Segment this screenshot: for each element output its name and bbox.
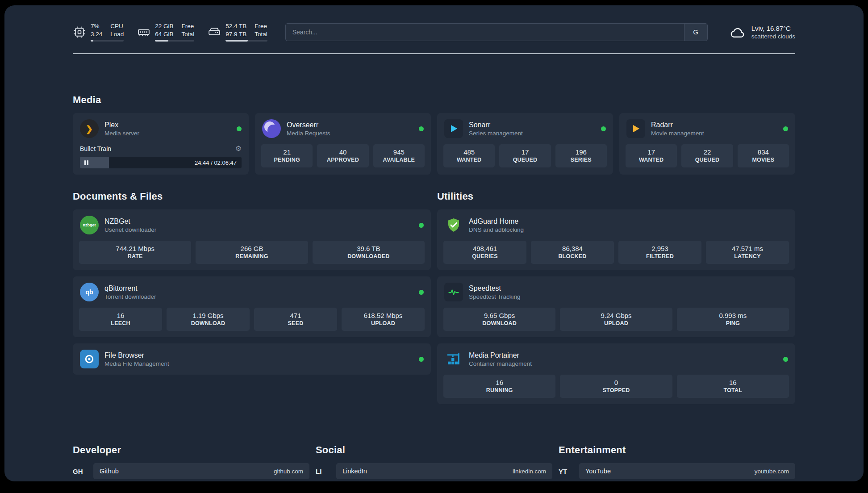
stat-label: QUEUED: [501, 157, 549, 163]
overseerr-icon: [262, 119, 281, 138]
topbar: 7% CPU 3.24 Load 22: [73, 22, 795, 42]
sonarr-icon: [444, 119, 463, 138]
service-card-plex[interactable]: ❯ Plex Media server Bullet Train ⚙: [73, 113, 249, 175]
stat-tile: 86,384 BLOCKED: [531, 241, 614, 264]
nzbget-icon: nzbget: [80, 216, 99, 234]
service-name[interactable]: Overseerr: [287, 121, 330, 130]
cpu-progress-bar: [91, 40, 124, 42]
status-dot: [601, 126, 606, 131]
service-name[interactable]: Plex: [104, 121, 139, 130]
stat-value: 9.65 Gbps: [445, 312, 554, 319]
stat-label: LATENCY: [708, 253, 787, 259]
disk-widget: 52.4 TB Free 97.9 TB Total: [208, 22, 267, 42]
stat-label: WANTED: [445, 157, 493, 163]
filebrowser-icon: [80, 350, 99, 368]
bookmark-group-entertainment: Entertainment YT YouTube youtube.com NF …: [559, 444, 795, 481]
plex-icon: ❯: [80, 119, 99, 138]
resource-widgets: 7% CPU 3.24 Load 22: [73, 22, 267, 42]
service-card-radarr[interactable]: Radarr Movie management 17 WANTED 22 QUE…: [619, 113, 795, 175]
stat-tile: 40 APPROVED: [317, 144, 368, 167]
service-name[interactable]: Radarr: [651, 121, 704, 130]
stat-tile: 744.21 Mbps RATE: [79, 241, 191, 264]
playback-time: 24:44 / 02:06:47: [195, 159, 237, 166]
service-name[interactable]: Media Portainer: [469, 351, 532, 360]
memory-free-label: Free: [182, 22, 195, 30]
service-name[interactable]: AdGuard Home: [469, 217, 524, 226]
search-input[interactable]: [286, 24, 684, 41]
stat-value: 1.19 Gbps: [168, 312, 248, 319]
memory-icon: [137, 25, 150, 39]
stat-tile: 21 PENDING: [261, 144, 313, 167]
weather-widget: Lviv, 16.87°C scattered clouds: [728, 23, 795, 41]
stat-label: DOWNLOAD: [445, 320, 554, 326]
stat-label: UPLOAD: [562, 320, 670, 326]
search-provider-button[interactable]: G: [684, 24, 707, 41]
service-name[interactable]: Sonarr: [469, 121, 523, 130]
stat-value: 21: [263, 148, 311, 156]
stat-value: 485: [445, 148, 493, 156]
memory-widget: 22 GiB Free 64 GiB Total: [137, 22, 194, 42]
service-card-qbittorrent[interactable]: qb qBittorrent Torrent downloader 16 LEE…: [73, 276, 431, 337]
playback-progress-bar[interactable]: 24:44 / 02:06:47: [80, 157, 242, 168]
section-title-media: Media: [73, 94, 795, 106]
stat-tile: 0 STOPPED: [560, 375, 672, 398]
gear-icon[interactable]: ⚙: [235, 144, 242, 153]
disk-free-label: Free: [255, 22, 267, 30]
service-description: Container management: [469, 360, 532, 367]
cpu-widget: 7% CPU 3.24 Load: [73, 22, 124, 42]
stat-tile: 16 LEECH: [79, 308, 162, 331]
stat-tile: 22 QUEUED: [681, 144, 733, 167]
disk-total-label: Total: [255, 30, 267, 38]
stat-value: 0: [562, 379, 670, 386]
service-name[interactable]: NZBGet: [104, 217, 156, 226]
disk-free: 52.4 TB: [225, 22, 246, 30]
stat-label: FILTERED: [620, 253, 700, 259]
stat-tile: 9.24 Gbps UPLOAD: [560, 308, 672, 331]
search-bar: G: [285, 23, 708, 41]
stat-label: RATE: [81, 253, 189, 259]
disk-total: 97.9 TB: [225, 30, 246, 38]
bookmark-group-title: Social: [316, 444, 552, 456]
service-description: Media Requests: [287, 130, 330, 137]
bookmark-abbr: YT: [559, 468, 579, 475]
service-name[interactable]: qBittorrent: [104, 284, 156, 293]
stat-tile: 16 RUNNING: [443, 375, 555, 398]
stat-tile: 834 MOVIES: [738, 144, 789, 167]
service-card-adguard[interactable]: AdGuard Home DNS and adblocking 498,461 …: [437, 209, 795, 270]
service-name[interactable]: File Browser: [104, 351, 169, 360]
bookmark-row: YT YouTube youtube.com: [559, 463, 795, 479]
service-card-nzbget[interactable]: nzbget NZBGet Usenet downloader 744.21 M…: [73, 209, 431, 270]
bookmark-link-github[interactable]: Github github.com: [93, 463, 309, 479]
bookmark-row: LI LinkedIn linkedin.com: [316, 463, 552, 479]
service-card-speedtest[interactable]: Speedtest Speedtest Tracking 9.65 Gbps D…: [437, 276, 795, 337]
stat-label: DOWNLOAD: [168, 320, 248, 326]
stat-label: PENDING: [263, 157, 311, 163]
stat-value: 9.24 Gbps: [562, 312, 670, 319]
stat-tile: 0.993 ms PING: [677, 308, 789, 331]
service-card-portainer[interactable]: Media Portainer Container management 16 …: [437, 343, 795, 404]
service-card-filebrowser[interactable]: File Browser Media File Management: [73, 343, 431, 375]
stat-label: APPROVED: [319, 157, 367, 163]
stat-label: SEED: [256, 320, 335, 326]
stat-tile: 16 TOTAL: [677, 375, 789, 398]
cpu-load: 3.24: [91, 30, 102, 38]
service-description: DNS and adblocking: [469, 226, 524, 233]
speedtest-icon: [444, 283, 463, 301]
memory-progress-bar: [155, 40, 194, 42]
service-name[interactable]: Speedtest: [469, 284, 521, 293]
service-description: Media File Management: [104, 360, 169, 367]
bookmark-group-developer: Developer GH Github github.com SO StackO…: [73, 444, 309, 481]
pause-icon[interactable]: [84, 160, 88, 165]
service-card-overseerr[interactable]: Overseerr Media Requests 21 PENDING 40 A…: [255, 113, 431, 175]
stat-tile: 39.6 TB DOWNLOADED: [313, 241, 425, 264]
bookmark-link-linkedin[interactable]: LinkedIn linkedin.com: [336, 463, 552, 479]
service-card-sonarr[interactable]: Sonarr Series management 485 WANTED 17 Q…: [437, 113, 613, 175]
stat-value: 0.993 ms: [679, 312, 787, 319]
qbittorrent-icon: qb: [80, 283, 99, 301]
bookmark-link-youtube[interactable]: YouTube youtube.com: [579, 463, 795, 479]
cpu-icon: [73, 25, 86, 39]
stat-tile: 266 GB REMAINING: [196, 241, 308, 264]
service-description: Movie management: [651, 130, 704, 137]
service-description: Torrent downloader: [104, 293, 156, 300]
stat-tile: 485 WANTED: [443, 144, 495, 167]
